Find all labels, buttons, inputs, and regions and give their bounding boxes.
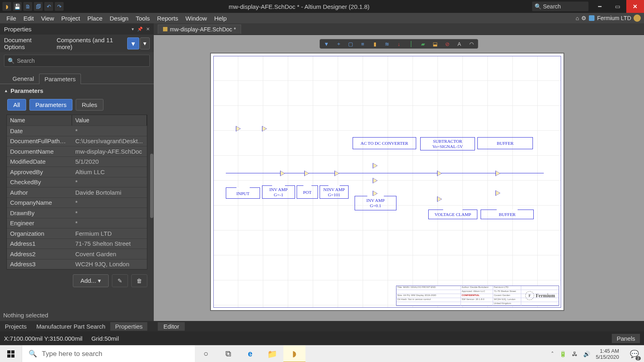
user-avatar-icon[interactable] (634, 14, 641, 22)
table-row[interactable]: AuthorDavide Bortolami (7, 187, 147, 197)
editor-tab[interactable]: Editor (158, 322, 185, 331)
toolbar-netlabel-icon[interactable]: ⬓ (431, 40, 439, 47)
menu-file[interactable]: File (3, 14, 19, 23)
block-buffer1: BUFFER (478, 141, 533, 146)
toolbar-power-icon[interactable]: ▮ (371, 40, 379, 47)
param-value: Davide Bortolami (72, 188, 147, 197)
menu-place[interactable]: Place (84, 14, 106, 23)
param-name: ApprovedBy (7, 167, 72, 177)
tab-mfr-search[interactable]: Manufacturer Part Search (31, 322, 110, 331)
col-value[interactable]: Value (72, 115, 147, 125)
panel-search-input[interactable]: 🔍 Search (4, 55, 150, 67)
global-search-input[interactable]: 🔍 Search (532, 2, 588, 11)
minimize-button[interactable]: ━ (591, 0, 609, 13)
chip-parameters[interactable]: Parameters (29, 99, 73, 111)
scrollbar[interactable] (150, 154, 153, 218)
tab-general[interactable]: General (7, 73, 39, 84)
tray-clock[interactable]: 1:45 AM 5/15/2020 (596, 348, 621, 360)
file-explorer-icon[interactable]: 📁 (261, 346, 283, 362)
panels-button[interactable]: Panels (612, 334, 640, 343)
notifications-icon[interactable]: 💬2 (627, 347, 642, 361)
table-row[interactable]: CheckedBy* (7, 177, 147, 187)
toolbar-arrow-icon[interactable]: ↓ (395, 40, 403, 47)
filter-dropdown-button[interactable]: ▾ (140, 37, 150, 49)
table-row[interactable]: Date* (7, 125, 147, 136)
start-button[interactable] (0, 346, 22, 362)
task-view-icon[interactable]: ⧉ (217, 346, 239, 362)
search-icon: 🔍 (535, 3, 541, 10)
toolbar-waves-icon[interactable]: ≋ (383, 40, 391, 47)
collapse-icon: ▲ (4, 88, 8, 93)
add-button[interactable]: Add... ▾ (73, 274, 109, 287)
table-row[interactable]: Address171-75 Shelton Street (7, 239, 147, 249)
save-all-icon[interactable]: 🗎 (23, 2, 32, 11)
panel-menu-icon[interactable]: ▾ (132, 27, 134, 32)
toolbar-arc-icon[interactable]: ◠ (467, 40, 475, 47)
filter-funnel-button[interactable]: ▼ (127, 37, 139, 49)
col-name[interactable]: Name (7, 115, 72, 125)
tray-battery-icon[interactable]: 🔋 (559, 351, 566, 357)
toolbar-noerc-icon[interactable]: ⊘ (443, 40, 451, 47)
altium-task-icon[interactable]: ◗ (283, 346, 305, 362)
table-row[interactable]: OrganizationFermium LTD (7, 228, 147, 239)
toolbar-plus-icon[interactable]: ＋ (334, 40, 343, 47)
table-row[interactable]: CompanyName* (7, 197, 147, 208)
cloud-icon[interactable] (589, 15, 594, 21)
toolbar-bar-icon[interactable]: ⎮ (407, 40, 415, 47)
toolbar-text-icon[interactable]: A (455, 40, 463, 47)
delete-icon-button[interactable]: 🗑 (131, 274, 147, 287)
chip-all[interactable]: All (7, 99, 26, 111)
tray-time: 1:45 AM (596, 348, 619, 354)
tray-network-icon[interactable]: 🖧 (572, 351, 578, 357)
param-value: C:\Users\vagrant\Deskt... (72, 136, 147, 146)
table-row[interactable]: Engineer* (7, 218, 147, 228)
table-row[interactable]: ModifiedDate5/1/2020 (7, 156, 147, 167)
tab-properties[interactable]: Properties (110, 322, 147, 331)
menu-design[interactable]: Design (107, 14, 132, 23)
title-bar: ◗ 💾 🗎 🗐 ↶ ↷ mw-display-AFE.SchDoc * - Al… (0, 0, 644, 13)
table-row[interactable]: ApprovedByAltium LLC (7, 167, 147, 177)
tab-projects[interactable]: Projects (0, 322, 31, 331)
home-icon[interactable]: ⌂ (576, 15, 579, 21)
toolbar-port-icon[interactable]: ▰ (419, 40, 427, 47)
toolbar-square-icon[interactable]: ▢ (347, 40, 355, 47)
chip-rules[interactable]: Rules (76, 99, 103, 111)
menu-view[interactable]: View (38, 14, 57, 23)
block-acdc: AC TO DC CONVERTER (353, 141, 416, 146)
menu-project[interactable]: Project (58, 14, 83, 23)
redo-icon[interactable]: ↷ (55, 2, 64, 11)
altium-app-icon[interactable]: ◗ (2, 2, 11, 11)
undo-icon[interactable]: ↶ (44, 2, 53, 11)
panel-close-icon[interactable]: ✕ (146, 27, 150, 32)
table-row[interactable]: Address2Covent Garden (7, 249, 147, 259)
toolbar-filter-icon[interactable]: ▼ (322, 40, 330, 47)
gear-icon[interactable]: ⚙ (581, 15, 586, 21)
tray-volume-icon[interactable]: 🔊 (583, 351, 590, 357)
document-tab[interactable]: mw-display-AFE.SchDoc * (158, 25, 241, 34)
table-row[interactable]: DocumentFullPathAndN...C:\Users\vagrant\… (7, 136, 147, 146)
param-name: Engineer (7, 218, 72, 228)
close-button[interactable]: ✕ (626, 0, 644, 13)
cortana-icon[interactable]: ○ (195, 346, 217, 362)
edge-icon[interactable]: e (239, 346, 261, 362)
section-parameters-header[interactable]: ▲ Parameters (0, 84, 154, 97)
taskbar-search-input[interactable]: 🔍 Type here to search (22, 346, 195, 362)
menu-reports[interactable]: Reports (154, 14, 182, 23)
menu-help[interactable]: Help (211, 14, 230, 23)
toolbar-align-icon[interactable]: ≡ (359, 40, 367, 47)
menu-window[interactable]: Window (182, 14, 210, 23)
save-icon[interactable]: 💾 (13, 2, 22, 11)
menu-tools[interactable]: Tools (132, 14, 153, 23)
table-row[interactable]: DrawnBy* (7, 208, 147, 218)
tray-chevron-icon[interactable]: ˄ (551, 351, 554, 357)
menu-edit[interactable]: Edit (20, 14, 37, 23)
table-row[interactable]: DocumentNamemw-display-AFE.SchDoc (7, 146, 147, 156)
edit-icon-button[interactable]: ✎ (112, 274, 128, 287)
schematic-canvas[interactable]: ▼ ＋ ▢ ≡ ▮ ≋ ↓ ⎮ ▰ ⬓ ⊘ A ◠ (154, 35, 644, 321)
tab-parameters[interactable]: Parameters (39, 74, 81, 84)
notif-badge: 2 (636, 356, 641, 360)
table-row[interactable]: Address3WC2H 9JQ, London (7, 259, 147, 269)
maximize-button[interactable]: ▭ (609, 0, 626, 13)
panel-pin-icon[interactable]: 📌 (137, 27, 143, 32)
save-copy-icon[interactable]: 🗐 (34, 2, 43, 11)
